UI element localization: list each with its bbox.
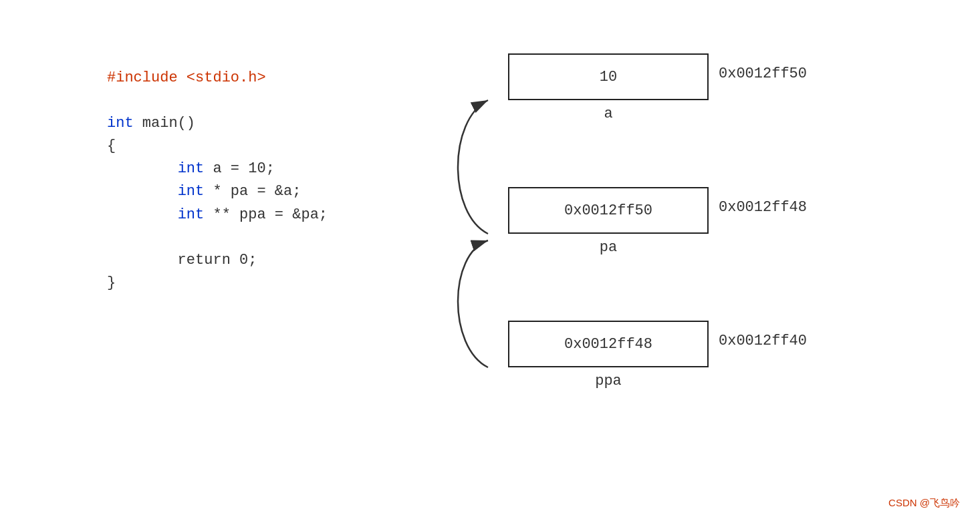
memory-box-ppa: 0x0012ff48 [508,321,709,367]
memory-item-pa: 0x0012ff50 pa 0x0012ff48 [508,187,709,256]
memory-value-a: 10 [600,69,617,85]
memory-address-pa: 0x0012ff48 [719,199,807,216]
code-line-a: int a = 10; [107,158,328,180]
code-line-main: int main() [107,112,328,135]
memory-value-pa: 0x0012ff50 [564,202,652,219]
code-line-ppa: int ** ppa = &pa; [107,204,328,226]
memory-address-a: 0x0012ff50 [719,65,807,82]
memory-label-ppa: ppa [595,373,622,389]
code-line-brace-close: } [107,272,328,295]
watermark: CSDN @飞鸟吟 [888,497,960,510]
code-line-blank2 [107,226,328,249]
code-line-include: #include <stdio.h> [107,67,328,90]
memory-value-ppa: 0x0012ff48 [564,336,652,353]
code-line-brace-open: { [107,135,328,158]
memory-address-ppa: 0x0012ff40 [719,333,807,349]
memory-box-pa: 0x0012ff50 [508,187,709,234]
code-block: #include <stdio.h> int main() { int a = … [107,67,328,295]
code-line-blank1 [107,90,328,112]
code-line-return: return 0; [107,249,328,272]
memory-label-a: a [604,106,612,122]
code-line-pa: int * pa = &a; [107,180,328,203]
memory-item-a: 10 a 0x0012ff50 [508,53,709,122]
memory-item-ppa: 0x0012ff48 ppa 0x0012ff40 [508,321,709,389]
memory-label-pa: pa [600,239,617,256]
memory-box-a: 10 [508,53,709,100]
